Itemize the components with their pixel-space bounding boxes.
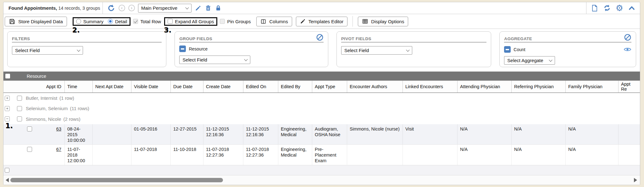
summary-radio-item[interactable]: Summary [76, 19, 103, 24]
expand-group-icon[interactable] [5, 96, 10, 101]
store-displayed-data-label: Store Displayed Data [18, 19, 63, 24]
store-displayed-data-button[interactable]: Store Displayed Data [5, 17, 67, 26]
expand-all-groups-annotated-box: Expand All Groups 3. [164, 17, 217, 26]
group-row-checkbox[interactable] [17, 116, 22, 121]
chevron-down-icon [185, 6, 189, 9]
column-header-family-physician[interactable]: Family Physician [566, 81, 619, 93]
column-header-appt-re[interactable]: Appt Re [619, 81, 640, 93]
group-fields-panel: GROUP FIELDS Resource Select Field [175, 31, 328, 67]
filters-field-select[interactable]: Select Field [12, 46, 83, 55]
pin-groups-item: Pin Groups [220, 19, 251, 24]
scroll-right-icon[interactable] [634, 178, 637, 182]
detail-radio[interactable] [108, 19, 113, 24]
settings-icon[interactable]: ⚙ [616, 4, 623, 12]
remove-resource-field-icon[interactable] [179, 45, 186, 52]
appointment-row: 67 11-07-2018 12:00:00 11-07-2018 11-10-… [3, 144, 640, 165]
appointment-row: 63 08-24-2015 10:00:00 01-05-2016 12-27-… [3, 124, 640, 144]
summary-radio[interactable] [76, 19, 81, 24]
column-header-appt-type[interactable]: Appt Type [312, 81, 347, 93]
appt-id-link[interactable]: 63 [32, 126, 61, 132]
columns-button[interactable]: Columns [256, 17, 292, 26]
horizontal-scrollbar[interactable] [3, 175, 640, 185]
page-title: Found Appointments, 14 records, 3 groups [3, 2, 103, 14]
total-row-label: Total Row [140, 19, 161, 24]
display-options-button[interactable]: Display Options [358, 17, 408, 26]
expand-all-groups-item[interactable]: Expand All Groups [168, 19, 214, 24]
linked-encounters-cell: Visit [403, 124, 458, 144]
column-header-attending-physician[interactable]: Attending Physician [458, 81, 512, 93]
visibility-icon[interactable] [624, 45, 631, 53]
select-all-checkbox[interactable] [5, 74, 10, 78]
scroll-left-icon[interactable] [6, 178, 9, 182]
column-header-appt-id[interactable]: Appt ID [3, 81, 65, 93]
group-row-checkbox[interactable] [17, 106, 22, 111]
lock-perspective-icon[interactable] [215, 5, 222, 12]
refresh-icon[interactable] [603, 4, 611, 12]
pin-groups-checkbox[interactable] [220, 19, 225, 24]
column-header-row: Appt ID Time Next Apt Date Visible Date … [3, 81, 640, 93]
scrollbar-thumb[interactable] [10, 178, 223, 182]
column-header-edited-by[interactable]: Edited By [278, 81, 312, 93]
detail-radio-item[interactable]: Detail [108, 19, 127, 24]
aggregate-select-value: Select Aggregate [507, 58, 543, 63]
perspective-select[interactable]: Main Perspective [138, 4, 192, 13]
row-checkbox[interactable] [27, 147, 32, 152]
edited-on-cell: 11-07-2018 12:27:36 [243, 145, 278, 165]
column-header-time[interactable]: Time [65, 81, 93, 93]
templates-editor-button[interactable]: Templates Editor [296, 17, 348, 26]
appt-re-cell [619, 145, 640, 165]
page-title-text: Found Appointments, [8, 5, 57, 11]
group-row-butler: Butler, Internist (1 row) [3, 93, 640, 103]
header-bar: Found Appointments, 14 records, 3 groups… [3, 2, 640, 14]
columns-icon [260, 19, 266, 24]
aggregate-panel-title: AGGREGATE [504, 36, 532, 41]
column-header-visible-date[interactable]: Visible Date [131, 81, 171, 93]
collapse-panel-icon[interactable] [628, 4, 636, 12]
perspective-toolbar: ‹ › Main Perspective [107, 2, 222, 14]
delete-perspective-icon[interactable] [205, 5, 212, 12]
total-row-item: Total Row [133, 19, 161, 24]
group-row-simmons: Simmons, Nicole (2 rows) 1. [3, 114, 640, 124]
clear-group-fields-icon[interactable] [316, 34, 324, 41]
history-back-icon[interactable]: ‹ [119, 5, 125, 11]
column-header-due-date[interactable]: Due Date [171, 81, 203, 93]
templates-editor-icon [300, 19, 306, 24]
column-header-encounter-authors[interactable]: Encounter Authors [347, 81, 403, 93]
appt-type-cell: Pre-Placement Exam [312, 145, 347, 165]
chevron-down-icon [549, 58, 552, 61]
appt-id-cell: 67 [3, 145, 65, 165]
encounter-authors-cell [347, 145, 403, 165]
group-field-select[interactable]: Select Field [179, 56, 250, 64]
due-date-cell: 11-10-2018 [171, 145, 203, 165]
chevron-down-icon [244, 57, 248, 61]
edited-by-cell: Engineering, Medical [278, 124, 312, 144]
expand-group-icon[interactable] [5, 106, 10, 111]
column-header-linked-encounters[interactable]: Linked Encounters [403, 81, 458, 93]
collapse-group-icon[interactable] [5, 116, 10, 121]
clear-aggregate-icon[interactable] [624, 34, 631, 41]
column-header-edited-on[interactable]: Edited On [243, 81, 278, 93]
undo-icon[interactable] [107, 4, 115, 12]
group-row-name: Simmons, Nicole [26, 116, 61, 122]
column-header-referring-physician[interactable]: Referring Physician [512, 81, 566, 93]
panel-controls: ⚙ [586, 2, 640, 14]
chevron-down-icon [406, 48, 409, 51]
edit-perspective-icon[interactable] [195, 5, 202, 12]
new-document-icon[interactable] [591, 4, 598, 12]
aggregate-select[interactable]: Select Aggregate [504, 56, 555, 65]
total-row-checkbox[interactable] [133, 19, 138, 24]
history-forward-icon[interactable]: › [128, 5, 135, 11]
group-row-count: (1 row) [59, 95, 74, 101]
column-header-next-apt-date[interactable]: Next Apt Date [93, 81, 131, 93]
pivot-field-select[interactable]: Select Field [341, 46, 412, 55]
column-header-create-date[interactable]: Create Date [203, 81, 243, 93]
expand-all-groups-checkbox[interactable] [168, 19, 173, 24]
footer-checkbox[interactable] [5, 168, 9, 173]
group-row-checkbox[interactable] [17, 96, 22, 101]
resource-field-chip-label: Resource [189, 46, 208, 51]
remove-count-aggregate-icon[interactable] [504, 46, 511, 53]
visible-date-cell: 11-07-2018 [131, 145, 171, 165]
appt-id-link[interactable]: 67 [32, 147, 61, 152]
create-date-cell: 11-07-2018 12:27:36 [203, 145, 243, 165]
row-checkbox[interactable] [27, 126, 32, 131]
